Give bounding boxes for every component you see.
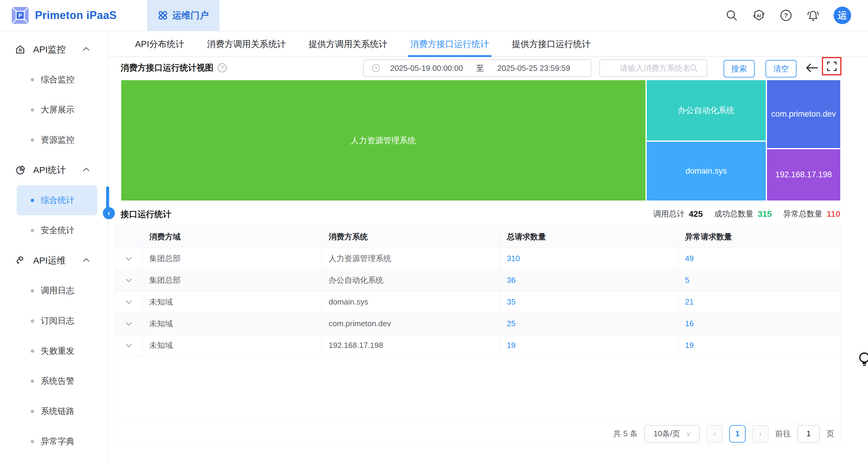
lightbulb-icon[interactable] xyxy=(857,351,868,370)
goto-page-input[interactable] xyxy=(798,425,820,442)
sidebar-item-综合监控[interactable]: 综合监控 xyxy=(0,64,107,95)
sidebar-item-系统告警[interactable]: 系统告警 xyxy=(0,366,107,396)
error-requests-link[interactable]: 5 xyxy=(685,276,689,285)
home-icon xyxy=(15,44,25,55)
nav-portal-label: 运维门户 xyxy=(173,9,209,22)
sidebar-item-资源监控[interactable]: 资源监控 xyxy=(0,125,107,155)
pagination-total: 共 5 条 xyxy=(613,428,638,439)
arrow-left-icon xyxy=(805,62,819,74)
total-requests-link[interactable]: 36 xyxy=(507,276,516,285)
sidebar-group-api-ops[interactable]: API运维 xyxy=(0,245,107,276)
app-header: P Primeton iPaaS 运维门户 AI xyxy=(0,0,868,31)
tab-provider-call-relation[interactable]: 提供方调用关系统计 xyxy=(309,32,388,56)
consumer-system-search-input[interactable] xyxy=(620,64,689,73)
svg-text:?: ? xyxy=(784,12,788,19)
nav-portal-ops[interactable]: 运维门户 xyxy=(147,0,219,31)
sidebar-item-大屏展示[interactable]: 大屏展示 xyxy=(0,95,107,125)
row-expand-button[interactable] xyxy=(115,335,143,356)
treemap-node[interactable]: domain.sys xyxy=(646,141,766,201)
header-icon-cluster: AI ? 运 xyxy=(725,0,851,31)
date-separator: 至 xyxy=(476,63,484,73)
sidebar-item-安全统计[interactable]: 安全统计 xyxy=(0,215,107,245)
bullet-dot xyxy=(31,289,34,293)
tab-api-distribution[interactable]: API分布统计 xyxy=(135,32,184,56)
tab-consumer-call-relation[interactable]: 消费方调用关系统计 xyxy=(207,32,286,56)
treemap-node[interactable]: 192.168.17.198 xyxy=(766,149,841,201)
run-stats-table: 消费方域 消费方系统 总请求数量 异常请求数量 集团总部 人力资源管理系统 31… xyxy=(115,226,841,444)
wrench-tool-icon xyxy=(15,255,25,266)
user-avatar[interactable]: 运 xyxy=(834,7,851,24)
pie-chart-icon xyxy=(15,165,25,175)
prev-page-button[interactable]: ‹ xyxy=(706,425,723,442)
sidebar-item-异常字典[interactable]: 异常字典 xyxy=(0,426,107,457)
page-size-select[interactable]: 10条/页 ∨ xyxy=(644,425,700,442)
fullscreen-icon[interactable] xyxy=(827,61,837,72)
sidebar-item-失败重发[interactable]: 失败重发 xyxy=(0,336,107,366)
date-start: 2025-05-19 00:00:00 xyxy=(390,64,463,73)
treemap-node[interactable]: 办公自动化系统 xyxy=(646,80,766,141)
sidebar-item-调用日志[interactable]: 调用日志 xyxy=(0,276,107,306)
date-range-picker[interactable]: 2025-05-19 00:00:00 至 2025-05-25 23:59:5… xyxy=(363,59,592,77)
sidebar-group-label: API监控 xyxy=(33,43,66,56)
clear-button[interactable]: 清空 xyxy=(766,60,797,78)
row-expand-button[interactable] xyxy=(115,291,143,313)
sidebar-item-综合统计[interactable]: 综合统计 xyxy=(17,185,97,215)
chevron-left-icon: ‹ xyxy=(713,429,716,439)
col-error-requests: 异常请求数量 xyxy=(678,226,841,248)
tab-provider-api-run-stats[interactable]: 提供方接口运行统计 xyxy=(512,32,591,56)
bullet-dot xyxy=(31,379,34,383)
total-requests-link[interactable]: 25 xyxy=(507,319,516,328)
stats-cluster: 调用总计425 成功总数量315 异常总数量110 xyxy=(653,209,840,219)
chevron-up-icon xyxy=(83,167,90,173)
goto-label: 前往 xyxy=(775,428,791,439)
expand-chevron-icon xyxy=(125,343,132,348)
input-search-icon[interactable] xyxy=(689,64,698,73)
treemap-node-fill: 人力资源管理系统 xyxy=(121,80,646,201)
stat-total-calls: 调用总计425 xyxy=(653,209,703,219)
error-requests-link[interactable]: 21 xyxy=(685,297,694,307)
sidebar-item-订阅日志[interactable]: 订阅日志 xyxy=(0,306,107,336)
date-end: 2025-05-25 23:59:59 xyxy=(497,64,570,73)
treemap-node-fill: 办公自动化系统 xyxy=(647,80,766,141)
treemap-node-fill: com.primeton.dev xyxy=(767,80,840,148)
total-requests-link[interactable]: 35 xyxy=(507,297,516,307)
title-help-icon[interactable]: ? xyxy=(218,63,227,72)
row-expand-button[interactable] xyxy=(115,270,143,291)
search-button[interactable]: 搜索 xyxy=(723,60,755,78)
treemap-node-label: 办公自动化系统 xyxy=(675,105,737,116)
error-requests-link[interactable]: 16 xyxy=(685,319,694,328)
help-icon[interactable]: ? xyxy=(779,9,793,22)
row-expand-button[interactable] xyxy=(115,248,143,269)
tab-consumer-api-run-stats[interactable]: 消费方接口运行统计 xyxy=(410,32,489,56)
bullet-dot xyxy=(31,349,34,353)
treemap-node[interactable]: 人力资源管理系统 xyxy=(121,80,646,201)
total-requests-link[interactable]: 19 xyxy=(507,341,516,350)
fullscreen-button-highlight xyxy=(822,57,841,75)
back-arrow-button[interactable] xyxy=(805,62,819,75)
bullet-dot xyxy=(31,410,34,413)
sidebar-item-系统链路[interactable]: 系统链路 xyxy=(0,396,107,426)
treemap-node[interactable]: com.primeton.dev xyxy=(766,80,841,149)
notifications-bell-icon[interactable] xyxy=(806,9,820,22)
sidebar-group-label: API运维 xyxy=(33,254,66,267)
bullet-dot xyxy=(31,229,34,232)
search-icon[interactable] xyxy=(725,9,738,22)
ai-assistant-icon[interactable]: AI xyxy=(752,9,766,22)
bullet-dot xyxy=(31,139,34,142)
stat-success-value: 315 xyxy=(758,209,772,219)
sidebar-group-label: API统计 xyxy=(33,164,66,176)
treemap-node-label: domain.sys xyxy=(683,166,729,176)
bullet-dot xyxy=(31,440,34,443)
page-number-1[interactable]: 1 xyxy=(729,425,746,442)
sidebar-group-api-stats[interactable]: API统计 xyxy=(0,155,107,185)
stat-error-total: 异常总数量110 xyxy=(783,209,840,219)
next-page-button[interactable]: › xyxy=(752,425,769,442)
tabbar: API分布统计 消费方调用关系统计 提供方调用关系统计 消费方接口运行统计 提供… xyxy=(108,32,868,57)
total-requests-link[interactable]: 310 xyxy=(507,254,520,263)
error-requests-link[interactable]: 49 xyxy=(685,254,694,263)
pagination: 共 5 条 10条/页 ∨ ‹ 1 › 前往 页 xyxy=(115,423,841,444)
error-requests-link[interactable]: 19 xyxy=(685,341,694,350)
treemap-node-label: 人力资源管理系统 xyxy=(348,135,418,146)
row-expand-button[interactable] xyxy=(115,313,143,334)
sidebar-group-api-monitor[interactable]: API监控 xyxy=(0,34,107,64)
